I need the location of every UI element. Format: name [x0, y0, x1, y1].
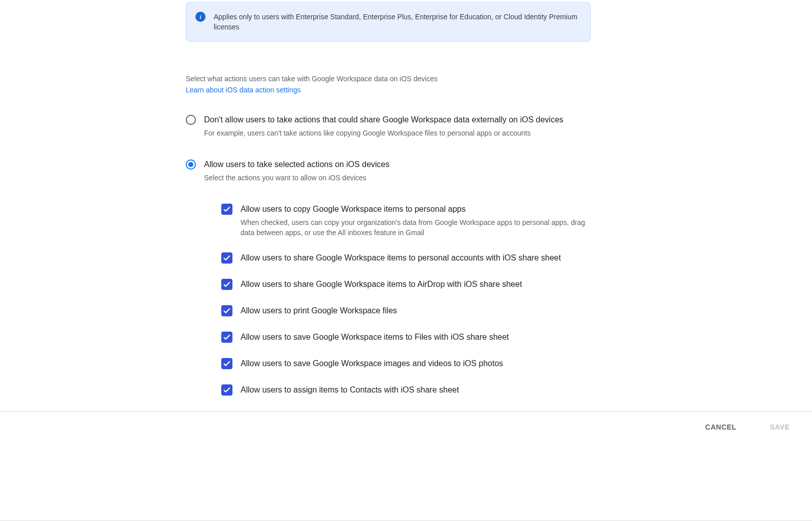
checkbox-label: Allow users to save Google Workspace ite…	[241, 331, 591, 343]
checkbox-print[interactable]: Allow users to print Google Workspace fi…	[221, 305, 591, 317]
learn-about-link[interactable]: Learn about iOS data action settings	[186, 86, 300, 94]
check-icon	[222, 385, 231, 395]
license-info-text: Applies only to users with Enterprise St…	[214, 12, 578, 32]
scroll-area: i Applies only to users with Enterprise …	[0, 0, 812, 521]
checkbox-label: Allow users to save Google Workspace ima…	[241, 357, 591, 370]
checkbox-label: Allow users to share Google Workspace it…	[241, 252, 591, 264]
radio-option-allow-selected[interactable]: Allow users to take selected actions on …	[186, 158, 591, 183]
checkbox-sublabel: When checked, users can copy your organi…	[241, 217, 591, 238]
radio-sublabel: Select the actions you want to allow on …	[204, 173, 591, 183]
checkbox-input[interactable]	[221, 384, 232, 396]
check-icon	[222, 205, 231, 214]
checkbox-label: Allow users to share Google Workspace it…	[241, 278, 591, 290]
radio-option-dont-allow[interactable]: Don't allow users to take actions that c…	[186, 114, 591, 138]
checkbox-share-airdrop[interactable]: Allow users to share Google Workspace it…	[221, 278, 591, 290]
checkbox-text: Allow users to copy Google Workspace ite…	[241, 203, 591, 238]
check-icon	[222, 333, 231, 342]
radio-text: Don't allow users to take actions that c…	[204, 114, 591, 138]
content-column: i Applies only to users with Enterprise …	[186, 0, 591, 439]
page-root: i Applies only to users with Enterprise …	[0, 0, 812, 521]
checkbox-input[interactable]	[221, 279, 232, 290]
checkbox-text: Allow users to save Google Workspace ima…	[241, 357, 591, 370]
license-info-banner: i Applies only to users with Enterprise …	[186, 2, 591, 42]
checkbox-list: Allow users to copy Google Workspace ite…	[221, 203, 591, 396]
checkbox-input[interactable]	[221, 358, 232, 369]
action-footer-bar: CANCEL SAVE	[0, 411, 812, 442]
check-icon	[222, 280, 231, 289]
radio-label: Don't allow users to take actions that c…	[204, 114, 591, 126]
info-icon: i	[195, 12, 206, 22]
section-intro-text: Select what actions users can take with …	[186, 73, 591, 84]
checkbox-text: Allow users to print Google Workspace fi…	[241, 305, 591, 317]
checkbox-copy-items[interactable]: Allow users to copy Google Workspace ite…	[221, 203, 591, 238]
save-button[interactable]: SAVE	[766, 419, 794, 435]
radio-group: Don't allow users to take actions that c…	[186, 114, 591, 396]
checkbox-input[interactable]	[221, 204, 232, 215]
checkbox-share-personal[interactable]: Allow users to share Google Workspace it…	[221, 252, 591, 264]
check-icon	[222, 359, 231, 368]
checkbox-input[interactable]	[221, 252, 232, 264]
checkbox-save-photos[interactable]: Allow users to save Google Workspace ima…	[221, 357, 591, 370]
checkbox-label: Allow users to assign items to Contacts …	[241, 384, 591, 396]
radio-input-allow-selected[interactable]	[186, 159, 196, 170]
cancel-button[interactable]: CANCEL	[701, 419, 740, 435]
checkbox-text: Allow users to share Google Workspace it…	[241, 252, 591, 264]
section-intro: Select what actions users can take with …	[186, 73, 591, 95]
checkbox-input[interactable]	[221, 332, 232, 343]
checkbox-assign-contacts[interactable]: Allow users to assign items to Contacts …	[221, 384, 591, 396]
radio-text: Allow users to take selected actions on …	[204, 158, 591, 183]
checkbox-label: Allow users to print Google Workspace fi…	[241, 305, 591, 317]
checkbox-text: Allow users to save Google Workspace ite…	[241, 331, 591, 343]
checkbox-save-files[interactable]: Allow users to save Google Workspace ite…	[221, 331, 591, 343]
radio-sublabel: For example, users can't take actions li…	[204, 128, 591, 138]
checkbox-label: Allow users to copy Google Workspace ite…	[241, 203, 591, 215]
checkbox-input[interactable]	[221, 305, 232, 316]
radio-label: Allow users to take selected actions on …	[204, 158, 591, 171]
checkbox-text: Allow users to share Google Workspace it…	[241, 278, 591, 290]
check-icon	[222, 253, 231, 263]
checkbox-text: Allow users to assign items to Contacts …	[241, 384, 591, 396]
check-icon	[222, 306, 231, 315]
radio-input-dont-allow[interactable]	[186, 115, 196, 125]
